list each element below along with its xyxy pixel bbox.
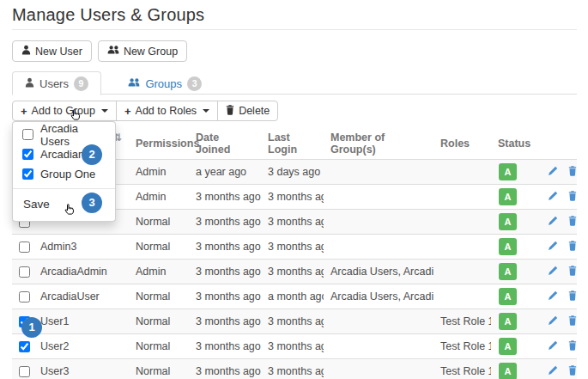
table-row: User3 Normal 3 months ago 3 months ago T… — [12, 359, 577, 379]
row-select-checkbox[interactable] — [19, 341, 30, 352]
delete-icon[interactable] — [568, 266, 577, 278]
bulk-actions-toolbar: + Add to Group + Add to Roles Delete — [12, 101, 278, 121]
delete-icon[interactable] — [568, 216, 577, 229]
date-joined-cell: a year ago — [189, 160, 261, 185]
last-login-cell: 3 days ago — [261, 160, 324, 185]
last-login-header: Last Login — [261, 128, 324, 160]
edit-icon[interactable] — [548, 216, 558, 229]
permissions-cell: Admin — [129, 160, 189, 185]
groups-cell — [324, 160, 433, 185]
new-user-button[interactable]: New User — [12, 40, 92, 62]
permissions-cell: Admin — [129, 260, 189, 284]
date-joined-cell: 3 months ago — [189, 260, 261, 284]
date-joined-cell: 3 months ago — [189, 235, 261, 260]
delete-icon[interactable] — [568, 365, 577, 378]
username-cell: User1 — [33, 309, 129, 334]
group-checkbox[interactable] — [22, 149, 33, 160]
edit-icon[interactable] — [548, 340, 558, 353]
tab-bar: Users 9 Groups 3 — [12, 70, 577, 95]
permissions-cell: Admin — [129, 185, 189, 210]
callout-badge-1: 1 — [21, 317, 42, 338]
row-select-checkbox[interactable] — [19, 366, 30, 377]
new-group-button[interactable]: New Group — [98, 40, 187, 62]
edit-icon[interactable] — [548, 290, 558, 303]
groups-cell — [324, 359, 433, 379]
row-select-checkbox[interactable] — [19, 241, 30, 253]
delete-icon[interactable] — [568, 315, 577, 328]
add-to-roles-label: Add to Roles — [136, 105, 197, 117]
dropdown-item-group-one[interactable]: Group One — [13, 164, 115, 184]
table-row: ArcadiaAdmin Admin 3 months ago 3 months… — [12, 260, 577, 284]
edit-icon[interactable] — [548, 365, 558, 378]
permissions-cell: Normal — [129, 309, 189, 334]
last-login-cell: 3 months ago — [261, 210, 324, 235]
caret-down-icon — [101, 109, 108, 113]
roles-cell — [433, 284, 491, 309]
callout-badge-2: 2 — [82, 144, 102, 165]
caret-down-icon — [203, 109, 209, 113]
date-joined-cell: 3 months ago — [189, 359, 261, 379]
status-header: Status — [491, 128, 541, 160]
dropdown-item-label: Group One — [40, 168, 95, 180]
date-joined-cell: 3 months ago — [189, 334, 261, 359]
last-login-cell: 3 months ago — [261, 359, 324, 379]
delete-button[interactable]: Delete — [217, 101, 278, 121]
status-badge: A — [499, 363, 517, 379]
status-badge: A — [499, 213, 517, 230]
row-select-checkbox[interactable] — [19, 291, 30, 303]
tab-users-label: Users — [39, 77, 69, 90]
status-badge: A — [499, 188, 517, 205]
date-joined-cell: 3 months ago — [189, 284, 261, 309]
top-actions: New User New Group — [12, 40, 187, 62]
roles-cell: Test Role 1 — [433, 359, 491, 379]
roles-cell — [433, 260, 491, 284]
delete-label: Delete — [239, 105, 270, 117]
permissions-cell: Normal — [129, 334, 189, 359]
date-joined-header: Date Joined — [189, 128, 261, 160]
table-row: User2 Normal 3 months ago 3 months ago T… — [12, 334, 577, 359]
plus-icon: + — [124, 106, 131, 117]
group-checkbox[interactable] — [22, 168, 33, 180]
delete-icon[interactable] — [568, 166, 577, 179]
users-icon — [128, 77, 140, 90]
hand-cursor-icon — [62, 203, 76, 221]
groups-cell — [324, 309, 433, 334]
groups-cell: Arcadia Users, Arcadians — [324, 260, 433, 284]
add-to-group-button[interactable]: + Add to Group — [12, 101, 117, 121]
permissions-cell: Normal — [129, 235, 189, 260]
username-cell: User3 — [33, 359, 129, 379]
table-row: User1 Normal 3 months ago 3 months ago T… — [12, 309, 577, 334]
edit-icon[interactable] — [548, 266, 558, 278]
delete-icon[interactable] — [568, 191, 577, 204]
users-count-badge: 9 — [74, 76, 88, 91]
edit-icon[interactable] — [548, 191, 558, 204]
row-select-checkbox[interactable] — [19, 266, 30, 278]
tab-groups[interactable]: Groups 3 — [115, 71, 215, 95]
callout-badge-3: 3 — [82, 193, 102, 213]
tab-groups-label: Groups — [145, 77, 182, 90]
roles-cell — [433, 210, 491, 235]
delete-icon[interactable] — [568, 340, 577, 353]
username-cell: Admin3 — [33, 235, 129, 260]
delete-icon[interactable] — [568, 241, 577, 254]
add-to-roles-button[interactable]: + Add to Roles — [116, 101, 218, 121]
delete-icon[interactable] — [568, 290, 577, 303]
status-badge: A — [499, 288, 517, 305]
edit-icon[interactable] — [548, 241, 558, 254]
group-checkbox[interactable] — [22, 129, 33, 140]
groups-cell — [324, 185, 433, 210]
permissions-cell: Normal — [129, 210, 189, 235]
edit-icon[interactable] — [548, 315, 558, 328]
groups-cell: Arcadia Users, Arcadians — [324, 284, 433, 309]
roles-header: Roles — [433, 128, 491, 160]
status-badge: A — [499, 313, 517, 330]
edit-icon[interactable] — [548, 166, 558, 179]
tab-users[interactable]: Users 9 — [12, 71, 101, 95]
user-icon — [25, 77, 34, 90]
status-badge: A — [499, 163, 517, 180]
status-badge: A — [499, 338, 517, 355]
table-row: ArcadiaUser Normal 3 months ago a month … — [12, 284, 577, 309]
title-divider — [12, 29, 577, 30]
dropdown-item-arcadia-users[interactable]: Arcadia Users — [13, 125, 115, 144]
user-icon — [21, 45, 31, 58]
